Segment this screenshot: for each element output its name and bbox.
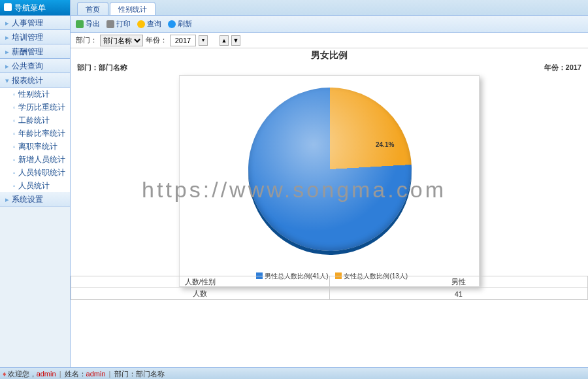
year-next-button[interactable]: ▼ xyxy=(231,35,240,46)
sidebar-item-label: 培训管理 xyxy=(12,33,43,42)
table-cell-metric: 人数 xyxy=(71,288,330,300)
sidebar-item-salary[interactable]: ▸薪酬管理 xyxy=(0,44,70,59)
search-button[interactable]: 查询 xyxy=(137,19,161,29)
sidebar-item-system[interactable]: ▸系统设置 xyxy=(0,192,70,206)
submenu-item-education[interactable]: ▫学历比重统计 xyxy=(0,101,70,114)
chart-subtitle: 部门：部门名称 年份：2017 xyxy=(71,61,588,74)
sidebar-item-public-query[interactable]: ▸公共查询 xyxy=(0,59,70,73)
sidebar-item-label: 报表统计 xyxy=(12,76,43,85)
footer-welcome: 欢迎您， xyxy=(8,370,37,378)
page-icon: ▫ xyxy=(13,156,16,163)
page-icon: ▫ xyxy=(13,104,16,111)
submenu-item-label: 工龄统计 xyxy=(18,116,50,125)
chart-panel: 男女比例 部门：部门名称 年份：2017 24.1% 男性总人数比例(41人) … xyxy=(71,48,588,367)
sidebar-title: 导航菜单 xyxy=(14,3,46,12)
separator: | xyxy=(59,370,61,378)
footer-user: admin xyxy=(37,370,56,378)
footer-name-value: admin xyxy=(86,370,106,378)
toolbar: 导出 打印 查询 刷新 xyxy=(71,16,588,33)
page-icon: ▫ xyxy=(13,91,16,98)
filter-bar: 部门： 部门名称 年份： ▾ ▲ ▼ xyxy=(71,33,588,48)
print-button[interactable]: 打印 xyxy=(106,19,131,29)
table-header-gender: 男性 xyxy=(329,276,588,288)
pie-chart xyxy=(248,88,412,251)
button-label: 导出 xyxy=(86,19,100,29)
sidebar-item-training[interactable]: ▸培训管理 xyxy=(0,30,70,44)
button-label: 打印 xyxy=(116,19,131,29)
sidebar-item-label: 薪酬管理 xyxy=(12,47,43,56)
button-label: 刷新 xyxy=(178,19,192,29)
folder-icon: ▸ xyxy=(5,48,9,56)
menu-icon xyxy=(4,3,12,11)
submenu-item-seniority[interactable]: ▫工龄统计 xyxy=(0,114,70,127)
data-table: 人数/性别 男性 人数 41 xyxy=(71,276,588,300)
refresh-button[interactable]: 刷新 xyxy=(168,19,192,29)
export-button[interactable]: 导出 xyxy=(76,19,100,29)
sidebar-item-label: 人事管理 xyxy=(12,18,43,27)
search-icon xyxy=(137,20,145,28)
submenu-item-age[interactable]: ▫年龄比率统计 xyxy=(0,127,70,140)
submenu-item-label: 学历比重统计 xyxy=(18,103,65,112)
chart-sub-right: 年份：2017 xyxy=(544,63,581,73)
folder-icon: ▸ xyxy=(5,33,9,41)
user-icon: ♦ xyxy=(3,370,7,378)
page-icon: ▫ xyxy=(13,143,16,150)
chart-container: 24.1% 男性总人数比例(41人) 女性总人数比例(13人) xyxy=(179,75,480,287)
chart-title: 男女比例 xyxy=(71,50,588,61)
sidebar-header: 导航菜单 xyxy=(0,0,70,16)
dept-label: 部门： xyxy=(76,35,97,45)
sidebar-item-reports[interactable]: ▾报表统计 xyxy=(0,73,70,88)
year-prev-button[interactable]: ▲ xyxy=(220,35,229,46)
table-row: 人数 41 xyxy=(71,288,588,300)
table-header-metric: 人数/性别 xyxy=(71,276,330,288)
submenu-item-staff[interactable]: ▫人员统计 xyxy=(0,179,70,192)
page-icon: ▫ xyxy=(13,117,16,124)
year-label: 年份： xyxy=(146,35,167,45)
submenu-item-transfer[interactable]: ▫人员转职统计 xyxy=(0,166,70,179)
page-icon: ▫ xyxy=(13,182,16,190)
pie-rim xyxy=(248,88,412,251)
year-input[interactable] xyxy=(170,35,196,46)
chart-sub-left: 部门：部门名称 xyxy=(77,63,127,73)
folder-icon: ▸ xyxy=(5,62,9,70)
export-icon xyxy=(76,20,84,28)
submenu-item-label: 人员统计 xyxy=(18,181,50,190)
sidebar-item-personnel[interactable]: ▸人事管理 xyxy=(0,16,70,30)
sidebar-item-label: 系统设置 xyxy=(12,195,43,204)
submenu-item-label: 年龄比率统计 xyxy=(18,129,65,138)
folder-open-icon: ▾ xyxy=(5,76,9,84)
submenu-item-newhire[interactable]: ▫新增人员统计 xyxy=(0,153,70,166)
year-spinner[interactable]: ▾ xyxy=(199,35,208,46)
table-header-row: 人数/性别 男性 xyxy=(71,276,588,288)
tab-label: 首页 xyxy=(86,5,100,13)
footer-dept-value: 部门名称 xyxy=(136,370,165,378)
tab-home[interactable]: 首页 xyxy=(77,2,108,15)
status-bar: ♦欢迎您，admin | 姓名：admin | 部门：部门名称 xyxy=(0,367,588,379)
refresh-icon xyxy=(168,20,176,28)
submenu-item-turnover[interactable]: ▫离职率统计 xyxy=(0,140,70,153)
slice-data-label: 24.1% xyxy=(376,141,394,148)
page-icon: ▫ xyxy=(13,169,16,176)
table-cell-value: 41 xyxy=(329,288,588,300)
button-label: 查询 xyxy=(147,19,161,29)
footer-dept-label: 部门： xyxy=(114,370,136,378)
separator: | xyxy=(109,370,111,378)
submenu-item-gender[interactable]: ▫性别统计 xyxy=(0,88,70,101)
tabstrip: 首页 性别统计 xyxy=(71,0,588,16)
folder-icon: ▸ xyxy=(5,19,9,27)
footer-name-label: 姓名： xyxy=(65,370,86,378)
dept-select[interactable]: 部门名称 xyxy=(100,35,143,46)
submenu-reports: ▫性别统计 ▫学历比重统计 ▫工龄统计 ▫年龄比率统计 ▫离职率统计 ▫新增人员… xyxy=(0,88,70,192)
folder-icon: ▸ xyxy=(5,195,9,203)
tab-gender-stats[interactable]: 性别统计 xyxy=(110,2,155,15)
submenu-item-label: 人员转职统计 xyxy=(18,168,65,177)
print-icon xyxy=(106,20,114,28)
submenu-item-label: 新增人员统计 xyxy=(18,155,65,164)
sidebar: 导航菜单 ▸人事管理 ▸培训管理 ▸薪酬管理 ▸公共查询 ▾报表统计 ▫性别统计… xyxy=(0,0,71,367)
submenu-item-label: 离职率统计 xyxy=(18,142,57,151)
tab-label: 性别统计 xyxy=(118,5,147,13)
page-icon: ▫ xyxy=(13,130,16,137)
submenu-item-label: 性别统计 xyxy=(18,90,50,99)
sidebar-item-label: 公共查询 xyxy=(12,61,43,71)
